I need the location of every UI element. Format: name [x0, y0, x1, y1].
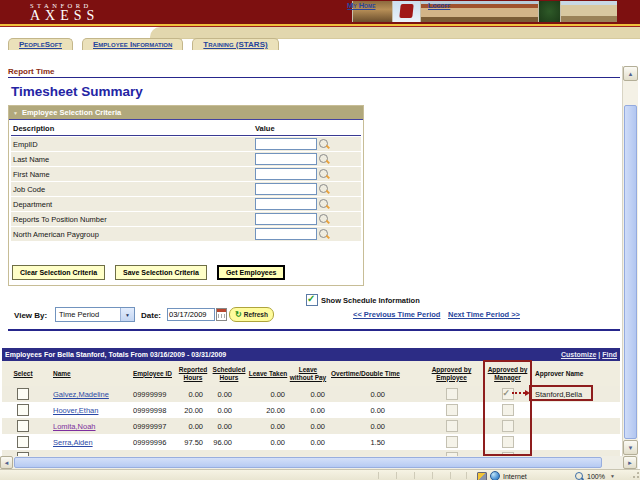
paygroup-input[interactable]	[255, 228, 317, 240]
reported-hours-cell: 0.00	[176, 418, 210, 434]
stanford-s-logo-photo	[392, 1, 420, 22]
approved-by-employee-checkbox	[446, 388, 458, 400]
column-header-name[interactable]: Name	[44, 370, 124, 377]
customize-link[interactable]: Customize	[561, 351, 596, 358]
employee-name-link[interactable]: Galvez,Madeline	[53, 390, 109, 399]
lookup-magnifier-icon[interactable]	[319, 184, 328, 193]
criteria-row-department: Department	[11, 197, 361, 211]
zoom-caret-icon[interactable]: ▼	[610, 473, 615, 479]
select-checkbox[interactable]	[17, 404, 29, 416]
tab-peoplesoft[interactable]: PeopleSoft	[8, 38, 73, 50]
leave-without-pay-cell: 0.00	[288, 434, 328, 450]
get-employees-button[interactable]: Get Employees	[217, 265, 286, 280]
breadcrumb: Report Time	[8, 67, 55, 76]
description-header: Description	[11, 124, 54, 133]
tab-training-stars[interactable]: Training (STARS)	[192, 38, 278, 50]
scroll-left-button[interactable]: ◄	[0, 456, 13, 469]
job-code-input[interactable]	[255, 183, 317, 195]
show-schedule-checkbox[interactable]	[306, 294, 318, 306]
employee-name-link[interactable]: Lomita,Noah	[53, 422, 96, 431]
reports-to-position-input[interactable]	[255, 213, 317, 225]
approved-by-employee-checkbox	[446, 436, 458, 448]
dropdown-arrow-icon[interactable]: ▼	[120, 308, 134, 321]
view-by-selected-value: Time Period	[59, 310, 99, 319]
collapse-triangle-icon[interactable]: ▼	[13, 110, 18, 116]
clear-selection-criteria-button[interactable]: Clear Selection Criteria	[12, 265, 105, 280]
column-header-select[interactable]: Select	[2, 370, 44, 377]
first-name-input[interactable]	[255, 168, 317, 180]
scheduled-hours-cell: 0.00	[210, 402, 248, 418]
horizontal-scrollbar-thumb[interactable]	[14, 457, 602, 468]
zoom-level: 100%	[587, 473, 605, 480]
vertical-scrollbar[interactable]: ▲ ▼	[622, 66, 638, 456]
status-bar: Internet 100% ▼	[0, 469, 640, 480]
logoff-link[interactable]: Logoff	[428, 1, 450, 10]
column-header-leave-without-pay[interactable]: Leave without Pay	[288, 366, 328, 381]
find-link[interactable]: Find	[602, 351, 617, 358]
table-row: Serra,Aiden 09999996 97.50 96.00 0.00 0.…	[2, 434, 620, 450]
save-selection-criteria-button[interactable]: Save Selection Criteria	[115, 265, 207, 280]
field-label: Job Code	[11, 185, 45, 194]
main-tab-bar: PeopleSoft Employee Information Training…	[8, 38, 279, 49]
vertical-scrollbar-thumb[interactable]	[624, 105, 637, 439]
view-by-select[interactable]: Time Period ▼	[55, 307, 135, 322]
employee-id-cell: 09999998	[124, 402, 176, 418]
approved-by-employee-checkbox	[446, 420, 458, 432]
my-home-link[interactable]: My Home	[347, 1, 375, 10]
column-header-scheduled-hours[interactable]: Scheduled Hours	[210, 366, 248, 381]
refresh-button[interactable]: ↻ Refresh	[229, 307, 274, 322]
column-header-employee-id[interactable]: Employee ID	[124, 370, 176, 377]
campus-collage-image	[352, 1, 617, 22]
approver-name-cell: Stanford,Bella	[532, 386, 618, 402]
department-input[interactable]	[255, 198, 317, 210]
statusbar-separator	[414, 472, 415, 479]
select-checkbox[interactable]	[17, 436, 29, 448]
previous-time-period-link[interactable]: << Previous Time Period	[353, 310, 440, 319]
statusbar-separator	[378, 472, 379, 479]
calendar-icon[interactable]	[216, 308, 227, 321]
last-name-input[interactable]	[255, 153, 317, 165]
campus-photo-segment	[538, 1, 560, 22]
criteria-row-reports-to: Reports To Position Number	[11, 212, 361, 226]
scroll-up-button[interactable]: ▲	[623, 66, 638, 81]
column-header-leave-taken[interactable]: Leave Taken	[248, 370, 288, 377]
column-header-reported-hours[interactable]: Reported Hours	[176, 366, 210, 381]
overtime-cell: 1.50	[328, 434, 420, 450]
tab-employee-information[interactable]: Employee Information	[82, 38, 183, 50]
employee-name-link[interactable]: Hoover,Ethan	[53, 406, 98, 415]
emplid-input[interactable]	[255, 138, 317, 150]
scheduled-hours-cell: 96.00	[210, 434, 248, 450]
employee-id-cell: 09999996	[124, 434, 176, 450]
scroll-down-button[interactable]: ▼	[623, 440, 638, 455]
select-checkbox[interactable]	[17, 420, 29, 432]
leave-without-pay-cell: 0.00	[288, 418, 328, 434]
date-input[interactable]	[167, 308, 215, 321]
lookup-magnifier-icon[interactable]	[319, 199, 328, 208]
groupbox-header[interactable]: ▼ Employee Selection Criteria	[9, 106, 363, 120]
column-header-approved-by-employee[interactable]: Approved by Employee	[420, 366, 483, 381]
next-time-period-link[interactable]: Next Time Period >>	[448, 310, 520, 319]
page-title: Timesheet Summary	[11, 84, 143, 99]
lookup-magnifier-icon[interactable]	[319, 214, 328, 223]
employee-name-link[interactable]: Serra,Aiden	[53, 438, 93, 447]
lookup-magnifier-icon[interactable]	[319, 154, 328, 163]
lookup-magnifier-icon[interactable]	[319, 169, 328, 178]
horizontal-scrollbar[interactable]: ◄ ►	[0, 456, 638, 469]
scroll-right-button[interactable]: ►	[623, 456, 637, 469]
application-window: STANFORD AXESS My Home Logoff PeopleSoft…	[0, 0, 640, 480]
resize-grip[interactable]	[628, 471, 639, 480]
column-header-approver-name: Approver Name	[532, 370, 618, 377]
select-checkbox[interactable]	[17, 388, 29, 400]
approved-by-manager-checkbox	[502, 388, 514, 400]
field-label: Reports To Position Number	[11, 215, 107, 224]
criteria-header-row: Description Value	[11, 122, 361, 136]
grid-title-bar: Employees For Bella Stanford, Totals Fro…	[2, 348, 620, 361]
overtime-cell: 0.00	[328, 402, 420, 418]
lookup-magnifier-icon[interactable]	[319, 229, 328, 238]
lookup-magnifier-icon[interactable]	[319, 139, 328, 148]
column-header-overtime[interactable]: Overtime/Double Time	[328, 370, 420, 377]
column-header-approved-by-manager[interactable]: Approved by Manager	[483, 366, 532, 381]
leave-taken-cell: 0.00	[248, 386, 288, 402]
approver-name-cell	[532, 418, 618, 434]
statusbar-separator	[396, 472, 397, 479]
